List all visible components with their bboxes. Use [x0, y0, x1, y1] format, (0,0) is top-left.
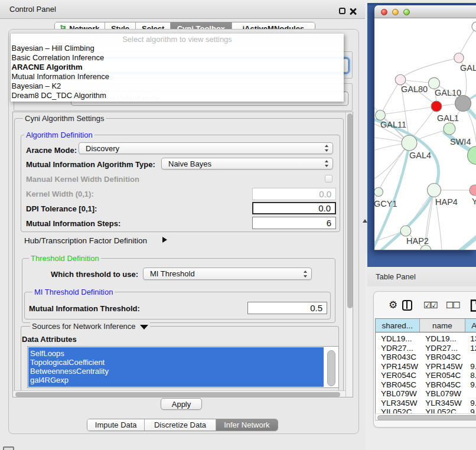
network-node-swi4[interactable] [444, 123, 455, 135]
mi-algorithm-type-combobox[interactable]: Naive Bayes [161, 158, 333, 169]
table-row[interactable]: YBL079WYBL079W [376, 389, 476, 399]
close-icon[interactable] [349, 8, 357, 15]
attribute-item[interactable]: BetweennessCentrality [30, 367, 109, 376]
table-column-header-0[interactable]: shared... [376, 319, 420, 332]
network-node-gal80[interactable] [395, 74, 406, 85]
scrollbar-thumb[interactable] [377, 415, 476, 420]
attribute-item[interactable]: SelfLoops [30, 349, 64, 358]
minimize-traffic-light-icon[interactable] [392, 9, 399, 15]
popup-item-2[interactable]: ARACNE Algorithm [12, 63, 83, 72]
attribute-item[interactable]: TopologicalCoefficient [30, 358, 105, 367]
close-traffic-light-icon[interactable] [381, 9, 387, 15]
split-pane-collapse-icon[interactable] [363, 219, 367, 223]
network-canvas[interactable]: GAL7GAL80GAL10GAL1GAL11SWI4GAL4GCY1HAP4Y… [374, 18, 476, 250]
network-node[interactable] [420, 245, 431, 250]
table-row[interactable]: YBR045CYBR045C9. [376, 380, 476, 390]
mi-threshold-field[interactable]: 0.5 [247, 302, 327, 314]
network-view-window[interactable]: GAL7GAL80GAL10GAL1GAL11SWI4GAL4GCY1HAP4Y… [374, 5, 476, 250]
network-node-gcy1[interactable] [374, 188, 383, 197]
network-node-gal1[interactable] [431, 101, 442, 112]
settings-vertical-scrollbar[interactable] [345, 112, 353, 397]
popup-item-0[interactable]: Bayesian – Hill Climbing [12, 44, 94, 53]
table-row[interactable]: YDL19...YDL19...13. [376, 334, 476, 344]
data-attributes-list[interactable]: SelfLoopsTopologicalCoefficientBetweenne… [27, 346, 339, 388]
settings-scroll-area: Cyni Algorithm Settings Algorithm Defini… [12, 112, 353, 397]
popup-item-3[interactable]: Mutual Information Inference [12, 72, 109, 81]
table-cell: YER054C [376, 371, 420, 380]
which-threshold-combobox[interactable]: MI Threshold [143, 268, 312, 280]
attribute-item[interactable]: gal4RGexp [30, 376, 69, 384]
columns-icon[interactable] [402, 300, 412, 311]
network-node-labels: GAL7GAL80GAL10GAL1GAL11SWI4GAL4GCY1HAP4Y… [374, 63, 476, 246]
combo-arrows-icon [325, 145, 329, 152]
expand-arrow-icon[interactable] [162, 237, 167, 243]
apply-button[interactable]: Apply [161, 398, 202, 410]
sources-title-text: Sources for Network Inference [32, 322, 136, 331]
network-node-gal10[interactable] [428, 77, 439, 89]
table-column-header-2[interactable]: Average [465, 319, 476, 332]
popup-item-5[interactable]: Dream8 DC_TDC Algorithm [12, 91, 106, 100]
gear-icon[interactable]: ⚙ [389, 300, 397, 310]
network-node-gal7[interactable] [454, 53, 464, 63]
table-cell: YDR27... [420, 344, 466, 353]
scrollbar-thumb[interactable] [347, 113, 353, 308]
table-header-row: shared...nameAverage [375, 318, 476, 332]
table-row[interactable]: YIL052CYIL052C9. [376, 407, 476, 413]
table-cell: 12. [465, 344, 476, 353]
network-node-gal4[interactable] [402, 135, 417, 151]
table-row[interactable]: YBR043CYBR043C [376, 353, 476, 362]
threshold-definition-title: Threshold Definition [29, 254, 101, 263]
unchecked-boxes-icon[interactable]: ☐☐ [446, 301, 459, 309]
mi-steps-field[interactable]: 6 [252, 217, 336, 229]
table-panel-title: Table Panel [376, 268, 416, 286]
sources-title[interactable]: Sources for Network Inference [30, 322, 150, 331]
float-window-icon[interactable] [339, 8, 345, 14]
table-cell: 9. [465, 399, 476, 408]
network-node-gal11[interactable] [376, 110, 386, 120]
table-row[interactable]: YLR345WYLR345W9. [376, 399, 476, 408]
table-row[interactable]: YPR145WYPR145W9. [376, 362, 476, 371]
popup-item-1[interactable]: Basic Correlation Inference [12, 53, 105, 63]
bottom-tab-discretize-data[interactable]: Discretize Data [144, 419, 215, 431]
node-label: GAL10 [435, 88, 461, 97]
list-scrollbar-thumb[interactable] [327, 350, 335, 386]
table-column-header-1[interactable]: name [420, 319, 466, 332]
table-cell: YDL19... [376, 334, 420, 344]
network-node-yjr048w[interactable] [470, 185, 476, 195]
mi-algorithm-type-value: Naive Bayes [168, 158, 211, 169]
table-cell: YBL079W [376, 389, 420, 399]
network-node[interactable] [472, 22, 476, 31]
document-icon[interactable] [470, 299, 476, 314]
kernel-width-field[interactable]: 0.0 [252, 188, 336, 200]
network-node[interactable] [455, 96, 471, 112]
hub-factor-section-label[interactable]: Hub/Transcription Factor Definition [24, 236, 147, 245]
checked-boxes-icon[interactable]: ☑☑ [423, 301, 437, 309]
table-row[interactable]: YDR27...YDR27...12. [376, 344, 476, 353]
table-cell [465, 353, 476, 362]
zoom-traffic-light-icon[interactable] [403, 9, 410, 15]
control-panel-titlebar: Control Panel [0, 0, 365, 19]
scrollbar-thumb[interactable] [15, 392, 340, 397]
bottom-corner-button[interactable] [3, 446, 14, 450]
network-graph[interactable]: GAL7GAL80GAL10GAL1GAL11SWI4GAL4GCY1HAP4Y… [374, 18, 476, 250]
dpi-tolerance-field[interactable]: 0.0 [252, 202, 336, 214]
popup-item-4[interactable]: Bayesian – K2 [12, 81, 61, 91]
bottom-tab-impute-data[interactable]: Impute Data [87, 419, 144, 431]
table-cell: 9. [465, 362, 476, 371]
network-node-hap4[interactable] [428, 184, 441, 197]
manual-kernel-width-checkbox[interactable] [325, 175, 332, 182]
table-cell: YPR145W [420, 362, 466, 371]
data-attributes-label: Data Attributes [22, 335, 77, 344]
table-horizontal-scrollbar[interactable] [375, 413, 476, 420]
node-label: HAP2 [406, 236, 429, 246]
combo-arrows-icon [325, 160, 329, 167]
table-row[interactable]: YER054CYER054C8. [376, 371, 476, 380]
network-node-hap2[interactable] [400, 226, 411, 236]
which-threshold-value: MI Threshold [150, 268, 195, 280]
table-cell: 8. [465, 371, 476, 380]
settings-horizontal-scrollbar[interactable] [13, 390, 345, 397]
table-cell: YBR043C [420, 353, 466, 362]
bottom-tab-infer-network[interactable]: Infer Network [216, 419, 278, 431]
mi-threshold-label: Mutual Information Threshold: [29, 304, 140, 313]
aracne-mode-combobox[interactable]: Discovery [79, 142, 333, 154]
